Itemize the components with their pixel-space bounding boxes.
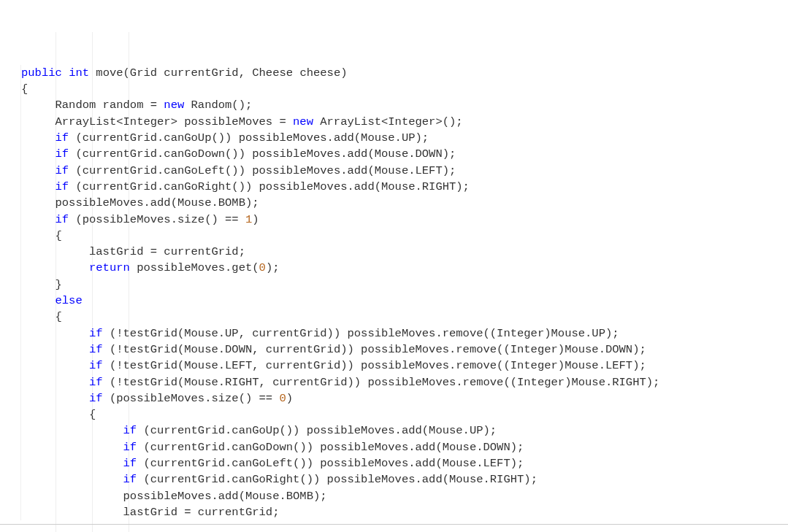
code-line: if (!testGrid(Mouse.UP, currentGrid)) po… [20, 325, 788, 342]
code-line: ArrayList<Integer> possibleMoves = new A… [20, 114, 788, 130]
code-line: } [20, 277, 788, 293]
code-line: { [20, 309, 788, 325]
code-line: if (possibleMoves.size() == 0) [20, 390, 788, 406]
keyword-token: new [164, 99, 184, 112]
keyword-token: else [56, 294, 83, 307]
code-line: if (!testGrid(Mouse.LEFT, currentGrid)) … [20, 358, 788, 374]
keyword-token: if [123, 473, 137, 486]
code-line: { [20, 81, 788, 97]
code-line: if (!testGrid(Mouse.DOWN, currentGrid)) … [20, 342, 788, 358]
code-line: if (currentGrid.canGoDown()) possibleMov… [20, 439, 788, 455]
code-line: lastGrid = currentGrid; [20, 244, 788, 260]
code-line: if (currentGrid.canGoUp()) possibleMoves… [20, 130, 788, 146]
code-line: if (possibleMoves.size() == 1) [20, 212, 788, 228]
keyword-token: if [123, 424, 137, 437]
number-token: 0 [279, 392, 286, 405]
keyword-token: if [56, 131, 69, 144]
keyword-token: if [89, 392, 103, 405]
code-line: if (!testGrid(Mouse.RIGHT, currentGrid))… [20, 374, 788, 390]
number-token: 0 [259, 261, 266, 274]
keyword-token: if [56, 180, 69, 193]
code-line: if (currentGrid.canGoRight()) possibleMo… [20, 471, 788, 487]
keyword-token: if [123, 441, 137, 454]
keyword-token: return [89, 261, 130, 274]
keyword-token: if [89, 343, 103, 356]
code-line: if (currentGrid.canGoLeft()) possibleMov… [20, 455, 788, 471]
code-line: lastGrid = currentGrid; [20, 504, 788, 520]
code-lines: public int move(Grid currentGrid, Cheese… [20, 65, 788, 520]
code-line: if (currentGrid.canGoUp()) possibleMoves… [20, 423, 788, 439]
code-line: { [20, 406, 788, 423]
code-line: { [20, 228, 788, 244]
keyword-token: public [21, 66, 62, 80]
keyword-token: if [89, 327, 103, 340]
code-line: if (currentGrid.canGoLeft()) possibleMov… [20, 163, 788, 179]
keyword-token: int [69, 66, 89, 80]
code-line: else [20, 293, 788, 309]
code-line: if (currentGrid.canGoRight()) possibleMo… [20, 179, 788, 195]
keyword-token: new [293, 115, 313, 128]
keyword-token: if [89, 376, 103, 389]
code-line: Random random = new Random(); [20, 97, 788, 113]
code-line: if (currentGrid.canGoDown()) possibleMov… [20, 146, 788, 162]
code-line: return possibleMoves.get(0); [20, 260, 788, 276]
code-line: public int move(Grid currentGrid, Cheese… [20, 65, 788, 81]
code-editor-viewport: public int move(Grid currentGrid, Cheese… [0, 0, 788, 532]
keyword-token: if [56, 164, 69, 177]
keyword-token: if [123, 457, 137, 470]
keyword-token: if [56, 147, 69, 161]
number-token: 1 [245, 213, 252, 226]
bottom-border [0, 524, 788, 525]
keyword-token: if [89, 359, 103, 372]
keyword-token: if [56, 213, 69, 226]
code-line: possibleMoves.add(Mouse.BOMB); [20, 195, 788, 211]
code-line: possibleMoves.add(Mouse.BOMB); [20, 488, 788, 504]
